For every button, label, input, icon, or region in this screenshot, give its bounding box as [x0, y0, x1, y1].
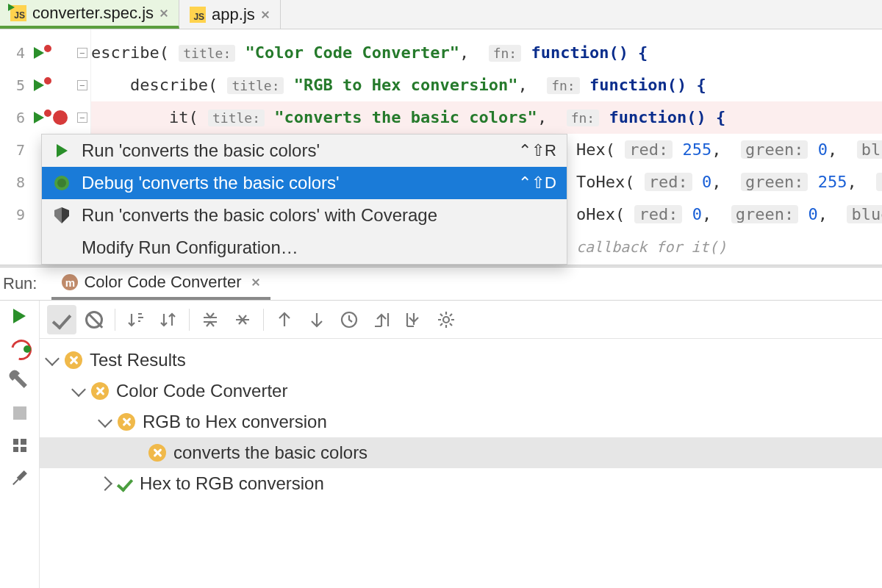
arrow-down-icon: [307, 310, 326, 329]
fold-toggle-icon[interactable]: −: [77, 80, 87, 90]
chevron-down-icon[interactable]: [71, 382, 86, 397]
fail-status-icon: [148, 444, 166, 462]
rerun-failed-button[interactable]: [10, 339, 29, 358]
breakpoint-icon[interactable]: [53, 110, 68, 125]
sort-icon: [159, 310, 178, 329]
bug-icon: [54, 176, 69, 190]
run-icon: [13, 309, 26, 323]
run-test-marker-icon[interactable]: [34, 110, 50, 126]
stop-button[interactable]: [10, 404, 29, 423]
show-ignored-button[interactable]: [79, 305, 109, 334]
fail-status-icon: [91, 382, 109, 400]
fold-toggle-icon[interactable]: −: [77, 48, 87, 58]
tree-label: Test Results: [90, 350, 186, 370]
rerun-failed-icon: [11, 340, 29, 357]
context-menu: Run 'converts the basic colors' ⌃⇧R Debu…: [41, 134, 567, 265]
tree-label: Hex to RGB conversion: [140, 473, 324, 494]
import-button[interactable]: [367, 305, 396, 334]
menu-debug-test[interactable]: Debug 'converts the basic colors' ⌃⇧D: [42, 167, 567, 199]
separator: [115, 309, 115, 331]
menu-label: Run 'converts the basic colors': [82, 140, 320, 161]
tab-label: converter.spec.js: [32, 4, 154, 23]
tree-suite[interactable]: Color Code Converter: [40, 376, 882, 406]
run-test-marker-icon[interactable]: [34, 77, 50, 93]
sort-down-icon: [126, 310, 146, 329]
stop-icon: [13, 406, 26, 420]
wrench-icon: [12, 373, 27, 388]
run-config-name: Color Code Converter: [84, 273, 241, 292]
menu-modify-config[interactable]: Modify Run Configuration…: [42, 232, 567, 264]
test-settings-button[interactable]: [431, 305, 461, 334]
expand-icon: [201, 310, 220, 329]
tree-label: converts the basic colors: [173, 442, 368, 463]
tab-converter-spec[interactable]: JS converter.spec.js: [0, 0, 179, 29]
fail-status-icon: [65, 351, 82, 369]
rerun-button[interactable]: [10, 306, 29, 326]
pin-button[interactable]: [10, 468, 29, 487]
layout-button[interactable]: [10, 436, 29, 455]
pass-status-icon: [117, 476, 133, 492]
close-icon[interactable]: [251, 278, 260, 287]
tab-label: app.js: [212, 5, 255, 24]
menu-run-test[interactable]: Run 'converts the basic colors' ⌃⇧R: [42, 135, 567, 167]
next-failed-button[interactable]: [302, 305, 331, 334]
prev-failed-button[interactable]: [270, 305, 299, 334]
run-panel-header: Run: m Color Code Converter: [0, 268, 882, 300]
editor-tabbar: JS converter.spec.js JS app.js: [0, 0, 882, 29]
chevron-down-icon[interactable]: [98, 413, 112, 428]
run-panel-label: Run:: [3, 274, 37, 293]
run-test-marker-icon[interactable]: [34, 45, 50, 61]
import-icon: [372, 310, 391, 329]
expand-all-button[interactable]: [196, 305, 225, 334]
tree-label: Color Code Converter: [116, 381, 287, 401]
js-file-run-icon: JS: [10, 5, 26, 21]
check-icon: [52, 309, 71, 329]
menu-run-coverage[interactable]: Run 'converts the basic colors' with Cov…: [42, 199, 567, 232]
chevron-right-icon[interactable]: [98, 476, 112, 491]
layout-icon: [13, 439, 26, 452]
tree-root[interactable]: Test Results: [40, 345, 882, 376]
mocha-icon: m: [62, 274, 78, 290]
menu-label: Debug 'converts the basic colors': [82, 173, 340, 193]
chevron-down-icon[interactable]: [45, 351, 60, 366]
tree-suite[interactable]: Hex to RGB conversion: [40, 468, 882, 499]
test-results-tree[interactable]: Test Results Color Code Converter RGB to…: [40, 339, 882, 588]
sort-button[interactable]: [121, 305, 151, 334]
menu-shortcut: ⌃⇧D: [518, 173, 556, 193]
coverage-icon: [54, 207, 69, 223]
gear-icon: [437, 310, 456, 329]
arrow-up-icon: [275, 310, 294, 329]
js-file-icon: JS: [190, 7, 206, 23]
separator: [189, 309, 190, 331]
sort-duration-button[interactable]: [154, 305, 183, 334]
ignore-icon: [85, 311, 103, 329]
tree-label: RGB to Hex conversion: [143, 412, 327, 432]
settings-button[interactable]: [10, 371, 29, 390]
menu-label: Run 'converts the basic colors' with Cov…: [82, 205, 437, 226]
show-passed-button[interactable]: [47, 305, 76, 334]
tree-suite[interactable]: RGB to Hex conversion: [40, 406, 882, 437]
fail-status-icon: [118, 413, 135, 431]
close-icon[interactable]: [261, 10, 270, 19]
run-panel-body: Test Results Color Code Converter RGB to…: [0, 300, 882, 588]
menu-shortcut: ⌃⇧R: [518, 141, 556, 160]
tree-test[interactable]: converts the basic colors: [40, 437, 882, 468]
collapse-all-button[interactable]: [228, 305, 257, 334]
export-icon: [404, 310, 423, 329]
svg-point-1: [443, 317, 449, 323]
export-button[interactable]: [399, 305, 429, 334]
menu-label: Modify Run Configuration…: [82, 237, 298, 258]
gutter-line-numbers: 4 5 6 7 8 9: [0, 29, 29, 265]
collapse-icon: [233, 310, 252, 329]
pin-icon: [10, 468, 29, 487]
test-toolbar: [40, 301, 882, 339]
fold-toggle-icon[interactable]: −: [77, 112, 87, 123]
run-panel-left-toolbar: [0, 301, 40, 588]
run-icon: [57, 144, 68, 157]
history-button[interactable]: [334, 305, 364, 334]
tab-app-js[interactable]: JS app.js: [179, 0, 281, 29]
clock-icon: [340, 310, 359, 329]
run-config-tab[interactable]: m Color Code Converter: [51, 268, 270, 300]
close-icon[interactable]: [159, 9, 168, 18]
separator: [263, 309, 264, 331]
